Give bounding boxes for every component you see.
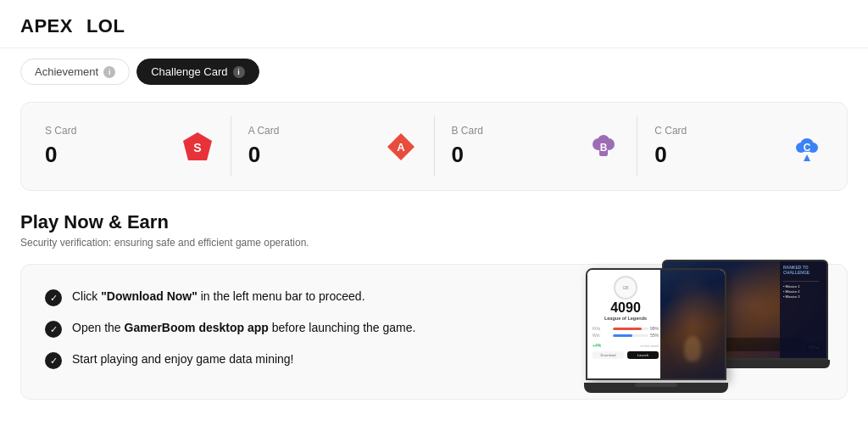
title-apex: APEX <box>20 15 73 37</box>
laptop-score: 4090 <box>593 301 659 315</box>
step-3-text: Start playing and enjoy game data mining… <box>72 351 294 368</box>
c-card: C Card 0 C <box>637 116 840 176</box>
c-card-icon: C <box>791 131 823 163</box>
header: APEX LOL <box>0 0 868 48</box>
title-lol: LOL <box>86 15 125 37</box>
info-steps: ✓ Click "Download Now" in the left menu … <box>45 289 576 369</box>
laptop-mockup: 862 412▲ RANKED TO CHALLENGE ___________… <box>584 251 830 412</box>
b-card-icon: B <box>587 131 620 163</box>
a-card-icon: A <box>385 131 417 163</box>
b-card: B Card 0 B <box>435 116 638 176</box>
earn-title: Play Now & Earn <box>20 211 848 233</box>
step-2-text: Open the GamerBoom desktop app before la… <box>72 320 415 337</box>
svg-marker-12 <box>804 154 810 161</box>
check-icon-1: ✓ <box>45 289 62 306</box>
cards-row: S Card 0 S A Card 0 <box>28 116 840 176</box>
achievement-info-icon: i <box>103 66 115 78</box>
tab-achievement-label: Achievement <box>35 65 98 78</box>
challenge-info-icon: i <box>233 66 245 78</box>
step-3: ✓ Start playing and enjoy game data mini… <box>45 351 576 369</box>
tabs-bar: Achievement i Challenge Card i <box>0 48 868 95</box>
svg-text:S: S <box>193 141 201 154</box>
tab-challenge-label: Challenge Card <box>151 65 227 78</box>
s-card: S Card 0 S <box>28 116 231 176</box>
step-1-text: Click "Download Now" in the left menu ba… <box>72 289 365 305</box>
svg-text:C: C <box>804 142 811 154</box>
step-2: ✓ Open the GamerBoom desktop app before … <box>45 320 576 338</box>
laptop-game: League of Legends <box>593 316 659 321</box>
a-card: A Card 0 A <box>231 116 435 176</box>
svg-text:B: B <box>600 142 608 154</box>
tab-achievement[interactable]: Achievement i <box>20 59 130 85</box>
earn-section: Play Now & Earn Security verification: e… <box>0 191 868 400</box>
cards-section: S Card 0 S A Card 0 <box>20 102 848 191</box>
earn-subtitle: Security verification: ensuring safe and… <box>20 237 848 249</box>
info-card: ✓ Click "Download Now" in the left menu … <box>20 264 848 400</box>
tab-challenge-card[interactable]: Challenge Card i <box>136 59 259 85</box>
page-wrapper: APEX LOL Achievement i Challenge Card i … <box>0 0 868 437</box>
svg-text:A: A <box>397 141 405 154</box>
check-icon-2: ✓ <box>45 321 62 338</box>
s-card-icon: S <box>181 131 214 163</box>
check-icon-3: ✓ <box>45 352 62 369</box>
step-1: ✓ Click "Download Now" in the left menu … <box>45 289 576 306</box>
